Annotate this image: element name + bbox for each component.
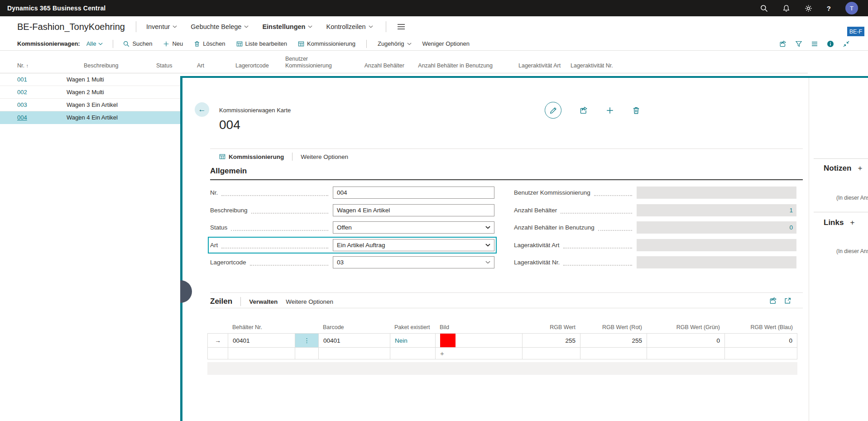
- empty-cell[interactable]: [580, 348, 647, 359]
- trash-icon[interactable]: [632, 106, 640, 115]
- kommissionierung-button[interactable]: Kommissionierung: [298, 40, 355, 47]
- column-header-behaelter-nr[interactable]: Behälter Nr.: [228, 324, 295, 333]
- nr-input[interactable]: 004: [333, 187, 494, 199]
- chevron-down-icon: [369, 25, 373, 28]
- table-row[interactable]: 002 Wagen 2 Multi: [0, 86, 180, 99]
- empty-cell[interactable]: [295, 348, 318, 359]
- help-icon[interactable]: ?: [827, 5, 831, 12]
- add-link-icon[interactable]: +: [850, 218, 854, 227]
- filter-funnel-icon[interactable]: [795, 40, 802, 48]
- column-header-lageraktivitaet-nr[interactable]: Lageraktivität Nr.: [571, 62, 629, 70]
- cell-rgb-blau[interactable]: 0: [724, 333, 797, 348]
- share-icon[interactable]: [769, 297, 777, 305]
- avatar[interactable]: T: [845, 2, 858, 14]
- cell-bild[interactable]: [435, 333, 522, 348]
- cell-barcode[interactable]: 00401: [318, 333, 390, 348]
- column-header-nr[interactable]: Nr. ↑: [17, 62, 84, 70]
- empty-cell[interactable]: [228, 348, 295, 359]
- column-header-bild[interactable]: Bild: [435, 324, 522, 333]
- section-title-allgemein[interactable]: Allgemein: [210, 167, 247, 176]
- column-header-paket-existiert[interactable]: Paket existiert: [390, 324, 435, 333]
- pane-resize-handle[interactable]: [180, 280, 192, 303]
- column-header-anzahl-behaelter[interactable]: Anzahl Behälter: [351, 62, 410, 70]
- art-select[interactable]: Ein Artikel Auftrag: [333, 239, 494, 251]
- empty-cell[interactable]: [318, 348, 390, 359]
- empty-cell[interactable]: [390, 348, 435, 359]
- row-nr-link[interactable]: 004: [17, 114, 67, 121]
- table-row[interactable]: 001 Wagen 1 Multi: [0, 73, 180, 86]
- column-header-art[interactable]: Art: [197, 62, 235, 70]
- cell-context-menu-icon[interactable]: ⋮: [295, 333, 318, 348]
- column-header-lagerortcode[interactable]: Lagerortcode: [235, 62, 285, 70]
- cell-paket-existiert[interactable]: Nein: [390, 333, 435, 348]
- table-row-selected[interactable]: 004 ⋮ Wagen 4 Ein Artikel: [0, 111, 180, 124]
- column-header-barcode[interactable]: Barcode: [318, 324, 390, 333]
- share-icon[interactable]: [779, 40, 786, 48]
- cell-rgb-wert[interactable]: 255: [522, 333, 580, 348]
- empty-cell[interactable]: [724, 348, 797, 359]
- column-header-lageraktivitaet-art[interactable]: Lageraktivität Art: [518, 62, 571, 70]
- column-header-rgb-wert[interactable]: RGB Wert: [522, 324, 580, 333]
- new-button[interactable]: Neu: [163, 40, 183, 47]
- column-header-status[interactable]: Status: [156, 62, 197, 70]
- row-nr-link[interactable]: 003: [17, 101, 67, 108]
- nav-item-einstellungen[interactable]: Einstellungen: [262, 23, 312, 30]
- nav-item-kontrollzeilen[interactable]: Kontrollzeilen: [326, 23, 373, 30]
- table-row[interactable]: 003 Wagen 3 Ein Artikel: [0, 99, 180, 111]
- empty-cell[interactable]: [207, 348, 228, 359]
- column-header-benutzer-kommissionierung[interactable]: Benutzer Kommissionierung: [285, 56, 351, 70]
- column-header-rgb-blau[interactable]: RGB Wert (Blau): [724, 324, 797, 333]
- links-title[interactable]: Links: [824, 218, 844, 227]
- row-nr-link[interactable]: 002: [17, 89, 67, 96]
- info-icon[interactable]: [827, 40, 834, 48]
- view-filter-alle[interactable]: Alle: [86, 40, 103, 47]
- open-in-window-icon[interactable]: [784, 297, 791, 305]
- lines-grid-row[interactable]: → 00401 ⋮ 00401 Nein 255 255 0 0: [207, 333, 797, 348]
- empty-cell[interactable]: [647, 348, 724, 359]
- nav-item-gebuchte-belege[interactable]: Gebuchte Belege: [191, 23, 249, 30]
- column-header-rgb-gruen[interactable]: RGB Wert (Grün): [647, 324, 724, 333]
- company-name[interactable]: BE-Fashion_TonyKoehring: [17, 22, 125, 32]
- column-header-beschreibung[interactable]: Beschreibung: [84, 62, 156, 70]
- beschreibung-input[interactable]: Wagen 4 Ein Artikel: [333, 204, 494, 216]
- nav-item-inventur[interactable]: Inventur: [146, 23, 177, 30]
- list-view-icon[interactable]: [811, 40, 818, 48]
- more-menu-hamburger-icon[interactable]: [397, 24, 405, 30]
- column-header-rgb-rot[interactable]: RGB Wert (Rot): [580, 324, 647, 333]
- add-note-icon[interactable]: +: [858, 164, 862, 173]
- edit-button[interactable]: [545, 102, 561, 119]
- add-image-icon[interactable]: +: [440, 349, 444, 357]
- cell-rgb-rot[interactable]: 255: [580, 333, 647, 348]
- menu-weitere-optionen[interactable]: Weitere Optionen: [301, 153, 348, 160]
- cell-rgb-gruen[interactable]: 0: [647, 333, 724, 348]
- empty-cell[interactable]: +: [435, 348, 522, 359]
- related-menu-button[interactable]: Zugehörig: [378, 40, 412, 47]
- status-select[interactable]: Offen: [333, 221, 494, 234]
- row-nr-link[interactable]: 001: [17, 76, 67, 83]
- edit-list-button[interactable]: Liste bearbeiten: [236, 40, 288, 47]
- search-button[interactable]: Suchen: [123, 40, 152, 47]
- menu-weitere-optionen[interactable]: Weitere Optionen: [286, 298, 333, 305]
- search-icon[interactable]: [760, 5, 768, 12]
- color-swatch[interactable]: [440, 334, 456, 347]
- notes-title[interactable]: Notizen: [824, 164, 851, 173]
- column-header-anzahl-behaelter-in-benutzung[interactable]: Anzahl Behälter in Benutzung: [410, 62, 498, 70]
- environment-badge[interactable]: BE-F: [847, 27, 864, 36]
- settings-gear-icon[interactable]: [805, 5, 812, 12]
- plus-icon[interactable]: [606, 106, 614, 115]
- empty-cell[interactable]: [522, 348, 580, 359]
- row-context-menu-icon[interactable]: ⋮: [76, 114, 82, 121]
- collapse-icon[interactable]: [843, 40, 850, 48]
- share-icon[interactable]: [580, 106, 588, 115]
- notifications-bell-icon[interactable]: [782, 5, 790, 12]
- cell-behaelter-nr[interactable]: 00401: [228, 333, 295, 348]
- menu-verwalten[interactable]: Verwalten: [249, 298, 278, 305]
- divider: [292, 153, 293, 161]
- lines-grid-empty-row[interactable]: +: [207, 348, 797, 359]
- menu-kommissionierung[interactable]: Kommissionierung: [219, 153, 284, 160]
- fewer-options-button[interactable]: Weniger Optionen: [422, 40, 470, 47]
- delete-button[interactable]: Löschen: [194, 40, 225, 47]
- back-button[interactable]: ←: [195, 102, 209, 117]
- section-title-zeilen[interactable]: Zeilen: [210, 297, 232, 306]
- lagerortcode-lookup[interactable]: 03: [333, 256, 494, 268]
